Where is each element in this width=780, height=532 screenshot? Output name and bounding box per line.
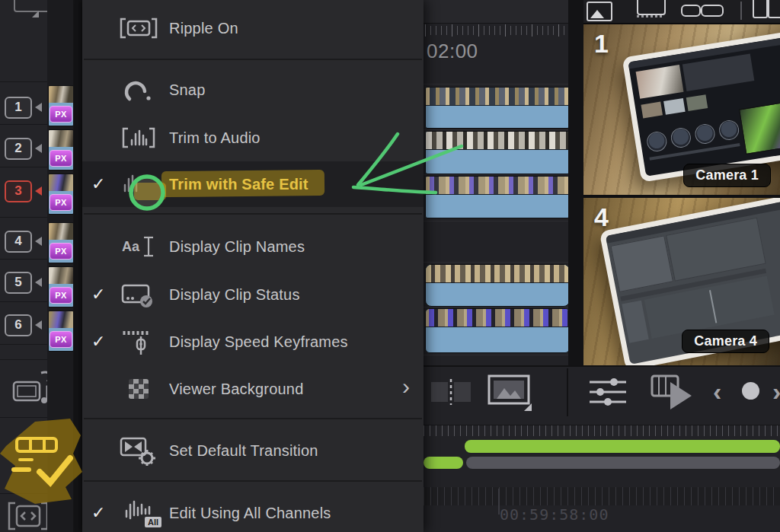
mini-clip-track5[interactable]: PX xyxy=(48,266,74,307)
menu-item-display-clip-status[interactable]: ✓ Display Clip Status xyxy=(82,271,424,318)
track-header-2[interactable]: 2 xyxy=(5,135,46,161)
checkmark: ✓ xyxy=(91,285,117,304)
menu-separator xyxy=(84,59,422,60)
viewer-background-icon xyxy=(117,379,160,399)
camera-4-viewer[interactable]: 4 Camera 4 xyxy=(583,198,780,365)
menu-separator xyxy=(84,213,422,215)
dual-pane-icon-2[interactable] xyxy=(768,0,780,18)
speaker-icon[interactable] xyxy=(35,103,42,112)
split-view-icon[interactable] xyxy=(430,376,472,408)
tools-sliders-icon[interactable] xyxy=(588,376,628,408)
clip-thumbnail xyxy=(49,130,73,147)
timeline-scrollbar[interactable] xyxy=(466,457,780,469)
timeline-clip-track1[interactable] xyxy=(425,87,570,129)
display-speed-keyframes-icon xyxy=(117,327,160,356)
mini-clip-track6[interactable]: PX xyxy=(48,311,74,352)
clip-thumbnail xyxy=(49,86,73,103)
bottom-toolbar-region: ‹ › 00:59:58:00 xyxy=(424,365,780,532)
mini-clip-track3[interactable]: PX xyxy=(48,174,74,215)
edit-using-all-channels-icon: All xyxy=(117,500,160,526)
track-header-5[interactable]: 5 xyxy=(5,269,46,295)
ruler-timecode-label: 02:00 xyxy=(427,40,478,63)
clip-filmstrip xyxy=(426,132,569,150)
clip-px-badge: PX xyxy=(50,150,72,167)
trim-to-audio-icon xyxy=(117,125,160,151)
play-clip-icon[interactable] xyxy=(651,373,696,411)
speaker-icon[interactable] xyxy=(35,320,42,330)
timeline-clip-track5[interactable] xyxy=(425,264,570,307)
menu-item-label: Trim with Safe Edit xyxy=(169,176,308,193)
menu-item-label: Viewer Background xyxy=(169,381,303,398)
program-ruler xyxy=(424,487,780,505)
camera-name-badge: Camera 4 xyxy=(682,330,769,353)
mini-clip-track4[interactable]: PX xyxy=(48,222,74,263)
tools-icon[interactable] xyxy=(637,0,666,15)
menu-item-set-default-transition[interactable]: Set Default Transition xyxy=(82,427,424,474)
speaker-icon[interactable] xyxy=(35,186,42,196)
menu-item-display-speed-keyframes[interactable]: ✓ Display Speed Keyframes xyxy=(82,318,424,365)
clip-px-badge: PX xyxy=(50,194,72,211)
timeline-clip-track3[interactable] xyxy=(425,176,570,218)
track-header-6[interactable]: 6 xyxy=(5,312,46,338)
render-progress-bar-1 xyxy=(465,440,780,453)
split-clip-icon[interactable] xyxy=(681,5,701,17)
viewer-mode-icon[interactable] xyxy=(486,373,533,413)
camera-number: 4 xyxy=(594,202,609,232)
clip-thumbnail xyxy=(49,174,73,191)
mini-clip-track1[interactable]: PX xyxy=(48,85,74,126)
all-badge: All xyxy=(145,517,161,527)
camera-name-badge: Camera 1 xyxy=(683,164,771,187)
menu-item-viewer-background[interactable]: Viewer Background › xyxy=(82,365,424,413)
track-header-3[interactable]: 3 xyxy=(5,178,46,204)
clip-px-badge: PX xyxy=(50,106,72,123)
menu-item-label: Display Clip Names xyxy=(169,238,305,256)
menu-item-label: Edit Using All Channels xyxy=(169,505,331,522)
media-pool-icon[interactable] xyxy=(587,2,612,21)
program-timecode: 00:59:58:00 xyxy=(500,505,609,524)
track-number: 4 xyxy=(5,231,32,253)
clip-filmstrip xyxy=(426,177,569,195)
track-header-1[interactable]: 1 xyxy=(5,94,46,120)
ripple-tool-icon[interactable] xyxy=(6,499,50,532)
toolbar-divider xyxy=(740,2,742,20)
menu-item-trim-to-audio[interactable]: Trim to Audio xyxy=(82,114,424,161)
clip-thumbnail xyxy=(49,223,73,240)
speaker-icon[interactable] xyxy=(35,237,42,246)
timeline-clip-track6[interactable] xyxy=(425,308,570,353)
record-button[interactable] xyxy=(742,382,759,400)
clip-filmstrip xyxy=(426,309,569,327)
menu-item-label: Set Default Transition xyxy=(169,442,318,460)
track-header-4[interactable]: 4 xyxy=(5,228,46,254)
track-number: 1 xyxy=(5,97,32,119)
snap-icon xyxy=(117,76,160,104)
menu-item-snap[interactable]: Snap xyxy=(82,66,424,113)
track-header-panel xyxy=(0,0,48,532)
clip-filmstrip xyxy=(426,265,569,283)
timeline-clip-track2[interactable] xyxy=(425,131,570,174)
speaker-icon[interactable] xyxy=(35,144,42,153)
menu-item-label: Display Clip Status xyxy=(169,286,300,304)
mini-timeline-ruler[interactable] xyxy=(424,425,780,436)
checkmark: ✓ xyxy=(91,174,117,194)
speaker-icon[interactable] xyxy=(35,278,42,287)
clip-filmstrip xyxy=(426,88,569,106)
menu-item-display-clip-names[interactable]: Aa Display Clip Names xyxy=(82,223,424,270)
track-number: 2 xyxy=(5,138,32,160)
timeline-left-clip-strip: PX PX PX PX PX PX xyxy=(47,0,73,532)
menu-item-label: Trim to Audio xyxy=(169,129,261,147)
trim-with-safe-edit-icon xyxy=(117,171,160,197)
menu-separator xyxy=(84,418,422,419)
menu-item-ripple-on[interactable]: Ripple On xyxy=(82,5,424,52)
davinci-resolve-cut-page: M 1 2 3 4 5 6 xyxy=(0,0,780,532)
dual-pane-icon[interactable] xyxy=(753,0,768,18)
split-clip-icon-2[interactable] xyxy=(701,5,724,17)
set-default-transition-icon xyxy=(117,435,160,466)
camera-1-viewer[interactable]: 1 Camera 1 xyxy=(583,24,780,195)
menu-item-trim-with-safe-edit[interactable]: ✓ Trim with Safe Edit xyxy=(82,161,424,207)
menu-item-edit-using-all-channels[interactable]: ✓ All Edit Using All Channels xyxy=(82,489,424,532)
track-number: 5 xyxy=(5,272,32,294)
ripple-icon xyxy=(117,15,160,41)
clip-px-badge: PX xyxy=(50,331,72,348)
mini-clip-track2[interactable]: PX xyxy=(48,129,74,170)
timeline-options-context-menu: Ripple On Snap Trim to Audio ✓ Trim with… xyxy=(82,0,424,532)
